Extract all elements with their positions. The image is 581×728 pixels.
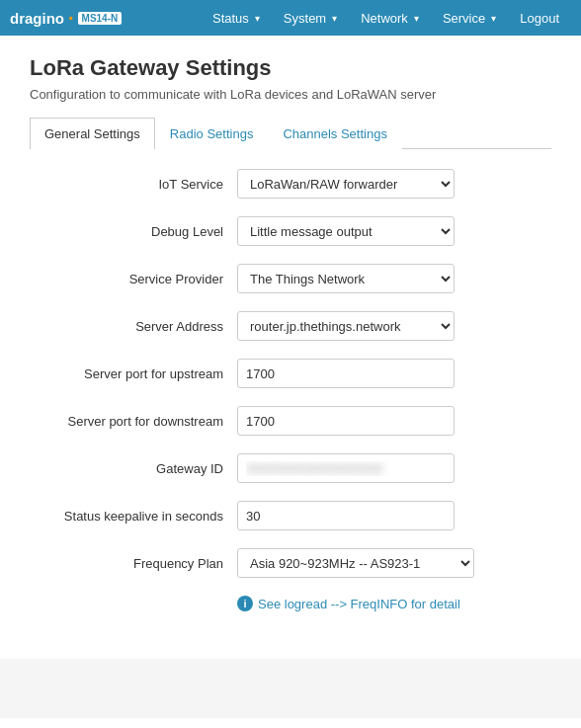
server-address-select[interactable]: router.jp.thethings.network [237,311,455,341]
debug-level-label: Debug Level [40,224,237,239]
upstream-port-input[interactable] [237,359,455,388]
freqinfo-link[interactable]: See logread --> FreqINFO for detail [258,597,460,611]
form-row-frequency-plan: Frequency Plan Asia 920~923MHz -- AS923-… [40,548,541,578]
form-row-service-provider: Service Provider The Things Network [40,264,541,293]
tab-general-settings[interactable]: General Settings [30,118,155,149]
keepalive-input[interactable] [237,501,455,530]
brand-sub: MS14-N [78,12,123,25]
form-row-keepalive: Status keepalive in seconds [40,501,541,530]
info-row: i See logread --> FreqINFO for detail [237,596,541,611]
frequency-plan-select[interactable]: Asia 920~923MHz -- AS923-1 [237,548,474,578]
server-address-label: Server Address [40,319,237,334]
downstream-port-input[interactable] [237,406,455,436]
brand-name: dragino [10,10,64,27]
iot-service-select[interactable]: LoRaWan/RAW forwarder [237,169,455,199]
form-row-server-address: Server Address router.jp.thethings.netwo… [40,311,541,341]
gateway-id-input[interactable] [237,453,455,483]
brand: dragino· MS14-N [10,8,122,28]
form-section: IoT Service LoRaWan/RAW forwarder Debug … [30,169,551,611]
upstream-port-label: Server port for upstream [40,366,237,381]
info-icon: i [237,596,253,611]
nav-system[interactable]: System ▾ [272,0,349,36]
chevron-down-icon: ▾ [255,13,260,24]
form-row-downstream-port: Server port for downstream [40,406,541,436]
chevron-down-icon: ▾ [414,13,419,24]
footer-area [0,659,581,718]
keepalive-label: Status keepalive in seconds [40,509,237,524]
downstream-port-label: Server port for downstream [40,414,237,429]
tab-channels-settings[interactable]: Channels Settings [268,118,402,149]
nav-items: Status ▾ System ▾ Network ▾ Service ▾ Lo… [201,0,571,36]
footer-link[interactable]: DRAGINO TECHNOLOGY CO., LIMITED [0,718,581,728]
tabs: General Settings Radio Settings Channels… [30,118,551,149]
nav-service[interactable]: Service ▾ [431,0,508,36]
frequency-plan-label: Frequency Plan [40,556,237,571]
brand-dot: · [68,8,74,28]
chevron-down-icon: ▾ [491,13,496,24]
page-subtitle: Configuration to communicate with LoRa d… [30,87,551,102]
service-provider-label: Service Provider [40,272,237,286]
nav-network[interactable]: Network ▾ [349,0,431,36]
debug-level-select[interactable]: Little message output [237,216,455,246]
form-row-gateway-id: Gateway ID [40,453,541,483]
nav-logout[interactable]: Logout [508,0,571,36]
page-title: LoRa Gateway Settings [30,55,551,81]
gateway-id-label: Gateway ID [40,461,237,476]
iot-service-label: IoT Service [40,177,237,192]
form-row-upstream-port: Server port for upstream [40,359,541,388]
form-row-iot-service: IoT Service LoRaWan/RAW forwarder [40,169,541,199]
navbar: dragino· MS14-N Status ▾ System ▾ Networ… [0,0,581,36]
service-provider-select[interactable]: The Things Network [237,264,455,293]
page-content: LoRa Gateway Settings Configuration to c… [0,36,581,649]
chevron-down-icon: ▾ [332,13,337,24]
nav-status[interactable]: Status ▾ [201,0,272,36]
tab-radio-settings[interactable]: Radio Settings [155,118,269,149]
form-row-debug-level: Debug Level Little message output [40,216,541,246]
